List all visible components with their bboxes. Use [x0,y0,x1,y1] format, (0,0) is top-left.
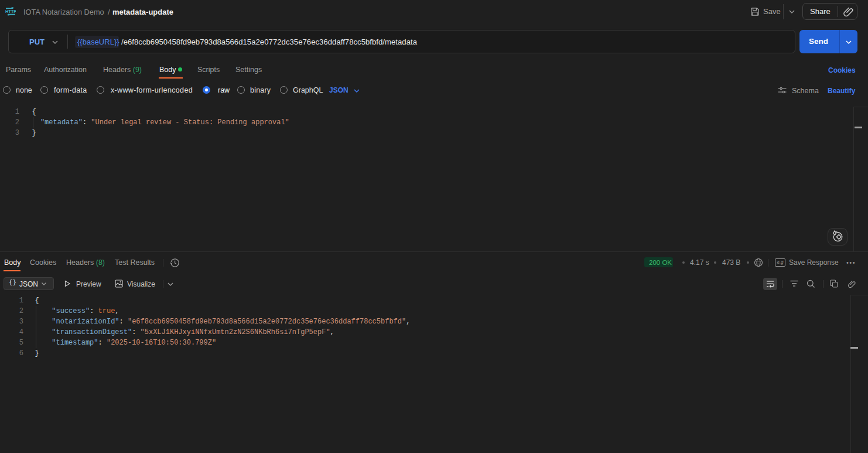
svg-text:HTTP: HTTP [5,9,16,14]
